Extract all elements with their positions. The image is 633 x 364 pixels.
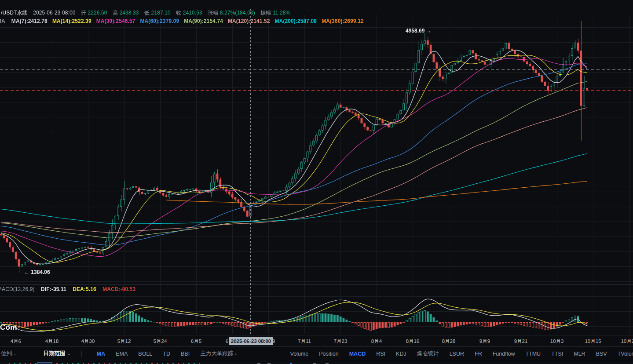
ma-prefix: MA <box>0 18 5 24</box>
tab-label: TTMU <box>525 351 541 357</box>
axis-date-label: 8月4 <box>371 338 382 345</box>
tab-label: BSV <box>596 351 607 357</box>
tab-macd[interactable]: MACD <box>349 351 366 357</box>
open-value: 2226.50 <box>88 10 107 16</box>
watermark: Coin <box>0 323 17 332</box>
tab-label: RSI <box>376 351 385 357</box>
axis-date-label: 9月21 <box>514 338 528 345</box>
ma-legend-item: MA(90):2154.74 <box>184 18 223 24</box>
arrow-right-icon: → <box>426 28 432 34</box>
high-value: 2438.33 <box>120 10 139 16</box>
tab-bbi[interactable]: BBI <box>181 351 190 357</box>
tab-label: 爆仓统计 <box>417 350 439 357</box>
ma-legend-item: MA(200):2587.08 <box>275 18 317 24</box>
crosshair-date-label: 2025-06-23 08:00 <box>229 337 273 345</box>
time-axis[interactable]: 10月2710月1510月39月219月98月288月168月47月237月11… <box>0 335 633 347</box>
close-label: 收 <box>176 10 181 16</box>
tab-label: KDJ <box>396 351 406 357</box>
arrow-left-icon: ← <box>24 269 29 275</box>
tab-label: 日期范围 <box>43 350 65 357</box>
macd-name: MACD(12,26,9) <box>0 286 35 292</box>
ticker-readout: /USDT永续 2025-06-23 08:00 开 2226.50 高 243… <box>1 9 290 17</box>
ma-legend-item: MA(120):2141.52 <box>228 18 270 24</box>
tab-volume[interactable]: Volume <box>290 351 309 357</box>
ma-legend-item: MA(360):2699.12 <box>322 18 364 24</box>
axis-date-label: 8月28 <box>442 338 456 345</box>
dea-value: DEA:5.16 <box>73 286 96 292</box>
tab-bsv[interactable]: BSV <box>596 351 607 357</box>
amplitude-label: 振幅 <box>260 10 271 16</box>
tab-liquidation-stats[interactable]: 爆仓统计 <box>417 350 439 357</box>
tab-label: Volume <box>290 351 309 357</box>
tab-label: 主力大单跟踪 <box>200 350 233 357</box>
high-label: 高 <box>113 10 118 16</box>
low-value: 2187.10 <box>151 10 171 16</box>
tabbar-divider <box>27 350 27 357</box>
tab-label: BOLL <box>138 351 152 357</box>
tab-fundflow[interactable]: Fundflow <box>493 351 515 357</box>
axis-date-label: 4月30 <box>81 338 95 345</box>
axis-date-label: 8月16 <box>406 338 420 345</box>
tab-label: Position <box>319 351 338 357</box>
symbol-label: /USDT永续 <box>1 10 28 16</box>
tab-boll[interactable]: BOLL <box>138 351 152 357</box>
tab-date-range[interactable]: 日期范围⌄ <box>43 350 70 357</box>
tab-label: LSUR <box>450 351 464 357</box>
tab-tvolume[interactable]: TVolume <box>618 351 633 357</box>
tab-label: BBI <box>181 351 190 357</box>
axis-date-label: 10月15 <box>585 338 601 345</box>
close-value: 2410.53 <box>183 10 202 16</box>
change-value: 8.27%(184.03) <box>220 10 255 16</box>
axis-date-label: 6月5 <box>191 338 201 345</box>
tab-whale-tracking[interactable]: 主力大单跟踪› <box>200 350 236 357</box>
tab-ma[interactable]: MA <box>97 351 105 357</box>
macd-value: MACD:-80.53 <box>102 286 135 292</box>
tab-label: TD <box>163 351 170 357</box>
axis-date-label: 7月23 <box>334 338 348 345</box>
tab-ttmu[interactable]: TTMU <box>525 351 541 357</box>
tabbar-divider <box>81 350 82 357</box>
tab-label: FR <box>475 351 482 357</box>
tab-label: Fundflow <box>493 351 515 357</box>
tab-position[interactable]: Position <box>319 351 338 357</box>
indicator-tabbar: 位到...日期范围⌄MAEMABOLLTDBBI主力大单跟踪›VolumePos… <box>0 346 633 360</box>
trading-terminal: { "toolbar": { "icons_left": ["menu-icon… <box>0 0 633 364</box>
chart-area[interactable]: /USDT永续 2025-06-23 08:00 开 2226.50 高 243… <box>0 0 633 335</box>
axis-date-label: 5月24 <box>154 338 167 345</box>
candle-datetime: 2025-06-23 08:00 <box>33 10 75 16</box>
axis-date-label: 10月27 <box>621 338 633 345</box>
tabbar-divider <box>237 350 237 357</box>
axis-date-label: 4月6 <box>11 338 21 345</box>
tab-label: TTSI <box>551 351 563 357</box>
tab-label: 位到... <box>1 350 16 357</box>
tab-label: MA <box>97 351 105 357</box>
ma-legend-item: MA(30):2546.57 <box>96 18 135 24</box>
date-range-strip[interactable] <box>0 360 633 364</box>
tab-ttsi[interactable]: TTSI <box>551 351 563 357</box>
low-price-annotation: ← 1384.06 <box>24 269 50 275</box>
tab-fr[interactable]: FR <box>475 351 482 357</box>
axis-date-label: 4月18 <box>45 338 59 345</box>
high-price-annotation: 4958.69 → <box>406 28 432 34</box>
candlestick-chart-canvas[interactable] <box>0 0 633 335</box>
tab-locate[interactable]: 位到... <box>1 350 16 357</box>
dif-value: DIF:-35.11 <box>41 286 66 292</box>
axis-date-label: 7月11 <box>298 338 311 345</box>
macd-legend: MACD(12,26,9) DIF:-35.11 DEA:5.16 MACD:-… <box>0 286 135 292</box>
axis-date-label: 5月12 <box>117 338 131 345</box>
tab-label: MLR <box>574 351 585 357</box>
ma-legend-item: MA(14):2522.39 <box>52 18 91 24</box>
tab-mlr[interactable]: MLR <box>574 351 585 357</box>
low-label: 低 <box>144 10 150 16</box>
tab-label: MACD <box>349 351 366 357</box>
chevron-icon: ⌄ <box>67 351 70 356</box>
tab-label: EMA <box>116 351 128 357</box>
tab-ema[interactable]: EMA <box>116 351 128 357</box>
tab-td[interactable]: TD <box>163 351 170 357</box>
tab-lsur[interactable]: LSUR <box>450 351 464 357</box>
tab-rsi[interactable]: RSI <box>376 351 385 357</box>
ma-legend-item: MA(7):2412.78 <box>11 18 48 24</box>
tab-kdj[interactable]: KDJ <box>396 351 406 357</box>
ma-legend: MA MA(7):2412.78MA(14):2522.39MA(30):254… <box>0 18 364 24</box>
range-strip-canvas[interactable] <box>0 362 633 364</box>
